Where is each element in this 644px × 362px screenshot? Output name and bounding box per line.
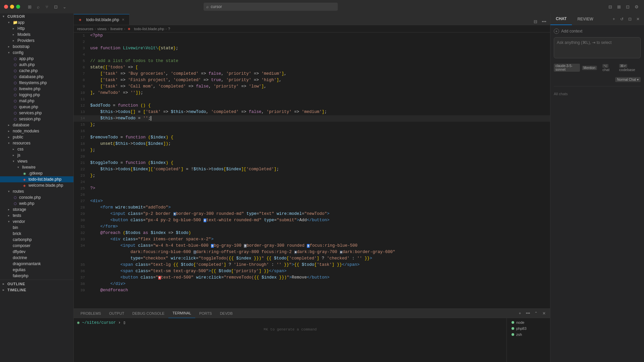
timeline-section[interactable]: TIMELINE <box>0 287 73 293</box>
sidebar-item-models[interactable]: Models <box>0 32 73 38</box>
sidebar-item-resources[interactable]: resources <box>0 140 73 146</box>
line-13: 13 $this->todos[] = ['task' => $this->ne… <box>74 109 550 115</box>
terminal-process-php83[interactable]: php83 <box>509 325 547 331</box>
terminal-close-icon[interactable]: ✕ <box>541 310 547 317</box>
mention-badge[interactable]: Mention <box>582 66 597 70</box>
sidebar-item-brick[interactable]: brick <box>0 231 73 237</box>
sidebar-item-database[interactable]: database <box>0 122 73 128</box>
sidebar-item-auth-php[interactable]: ⬡auth.php <box>0 62 73 68</box>
sidebar-item-livewire-php[interactable]: ⬡livewire.php <box>0 86 73 92</box>
chat-tab-chat[interactable]: CHAT <box>550 13 572 25</box>
sidebar-item-app[interactable]: 📁 app <box>0 19 73 25</box>
maximize-button[interactable] <box>16 5 20 9</box>
sidebar-item-queue-php[interactable]: ⬡queue.php <box>0 104 73 110</box>
layout-icon1[interactable]: ⊟ <box>607 3 614 10</box>
sidebar-root-cursor[interactable]: CURSOR <box>0 13 73 19</box>
extensions-icon[interactable]: ⊡ <box>52 3 59 10</box>
breadcrumb-resources[interactable]: resources <box>77 27 93 31</box>
terminal-options-icon[interactable]: ••• <box>525 310 531 317</box>
chat-input[interactable] <box>557 40 638 54</box>
terminal-process-node[interactable]: node <box>509 319 547 325</box>
sidebar-item-fakerphp[interactable]: fakerphp <box>0 273 73 279</box>
sidebar-item-cache-php[interactable]: ⬡cache.php <box>0 68 73 74</box>
chat-layout-icon[interactable]: ⊡ <box>627 16 633 22</box>
sidebar-item-logging-php[interactable]: ⬡logging.php <box>0 92 73 98</box>
breadcrumb-livewire[interactable]: livewire <box>110 27 123 31</box>
terminal-maximize-icon[interactable]: ⌃ <box>533 310 539 317</box>
terminal-add-icon[interactable]: + <box>517 310 523 317</box>
sidebar-item-storage[interactable]: storage <box>0 206 73 213</box>
sidebar-item-routes[interactable]: routes <box>0 188 73 194</box>
sidebar-item-livewire[interactable]: livewire <box>0 164 73 170</box>
code-editor[interactable]: 1 <?php 2 3 use function Livewire\Volt\{… <box>74 33 550 308</box>
minimize-button[interactable] <box>10 5 14 9</box>
outline-section[interactable]: OUTLINE <box>0 281 73 287</box>
chat-header: CHAT REVIEW + ↺ ⊡ ✕ <box>550 13 644 25</box>
chat-shortcut-label[interactable]: ⌥ chat <box>601 63 615 72</box>
sidebar-item-services-php[interactable]: ⬡services.php <box>0 110 73 116</box>
sidebar-item-bin[interactable]: bin <box>0 225 73 231</box>
sidebar-item-tests[interactable]: tests <box>0 213 73 219</box>
sidebar-item-filesystems-php[interactable]: ⬡filesystems.php <box>0 80 73 86</box>
split-editor-icon[interactable]: ⊟ <box>532 18 539 25</box>
sidebar-item-web-php[interactable]: ⬡web.php <box>0 200 73 206</box>
tab-ports[interactable]: PORTS <box>195 309 216 318</box>
more-options-icon[interactable]: ••• <box>541 18 547 25</box>
terminal-main[interactable]: ◉ ~/sites/cursor › ▯ ⌘K to generate a co… <box>74 318 506 362</box>
more-icon[interactable]: ⌄ <box>61 3 68 10</box>
sidebar-item-welcome-blade[interactable]: ◈welcome.blade.php <box>0 182 73 188</box>
sidebar-item-dragonmantank[interactable]: dragonmantank <box>0 261 73 267</box>
sidebar-item-doctrine[interactable]: doctrine <box>0 255 73 261</box>
sidebar-item-todo-list-blade[interactable]: ◈todo-list.blade.php <box>0 176 73 182</box>
settings-icon[interactable]: ⚙ <box>633 3 640 10</box>
tab-problems[interactable]: PROBLEMS <box>76 309 105 318</box>
model-badge[interactable]: claude-3-5-sonnet <box>554 64 580 72</box>
git-icon[interactable]: ⑂ <box>44 3 50 10</box>
all-chats-link[interactable]: All chats <box>554 90 641 97</box>
add-context-button[interactable]: + Add context <box>554 28 641 34</box>
chat-history-icon[interactable]: ↺ <box>619 16 625 22</box>
sidebar-item-node-modules[interactable]: node_modules <box>0 128 73 134</box>
breadcrumb-views[interactable]: views <box>97 27 107 31</box>
breadcrumb-file[interactable]: ◈ todo-list.blade.php <box>127 26 164 31</box>
sidebar-item-config[interactable]: config <box>0 50 73 56</box>
sidebar-item-mail-php[interactable]: ⬡mail.php <box>0 98 73 104</box>
sidebar-item-console-php[interactable]: ⬡console.php <box>0 194 73 200</box>
sidebar-item-public[interactable]: public <box>0 134 73 140</box>
tab-devdb[interactable]: DEVDB <box>216 309 237 318</box>
close-button[interactable] <box>4 5 8 9</box>
tab-todo-list[interactable]: ◈ todo-list.blade.php ✕ <box>74 14 129 25</box>
sidebar-item-composer[interactable]: composer <box>0 243 73 249</box>
sidebar-item-carbonphp[interactable]: carbonphp <box>0 237 73 243</box>
tab-debug-console[interactable]: DEBUG CONSOLE <box>128 309 168 318</box>
sidebar-item-providers[interactable]: Providers <box>0 38 73 44</box>
chat-tab-review[interactable]: REVIEW <box>572 13 598 25</box>
tab-terminal[interactable]: TERMINAL <box>168 309 195 318</box>
sidebar-item-bootstrap[interactable]: bootstrap <box>0 44 73 50</box>
search-icon[interactable]: ⌕ <box>35 3 42 10</box>
tab-output[interactable]: OUTPUT <box>105 309 128 318</box>
layout-icon2[interactable]: ⊠ <box>616 3 623 10</box>
codebase-shortcut-label[interactable]: ⌘↵ codebase <box>618 63 641 72</box>
sidebar-item-views[interactable]: views <box>0 158 73 164</box>
files-icon[interactable]: ⊞ <box>26 3 33 10</box>
address-bar[interactable]: ⌕ cursor <box>204 3 338 11</box>
sidebar-item-http[interactable]: Http <box>0 25 73 32</box>
normal-chat-badge[interactable]: Normal Chat ▾ <box>615 77 641 82</box>
chat-add-icon[interactable]: + <box>610 16 617 22</box>
tab-close-button[interactable]: ✕ <box>121 17 125 22</box>
sidebar-item-dflydev[interactable]: dflydev <box>0 249 73 255</box>
sidebar-item-vendor[interactable]: vendor <box>0 219 73 225</box>
terminal-process-zsh[interactable]: zsh <box>509 331 547 338</box>
sidebar-item-database-php[interactable]: ⬡database.php <box>0 74 73 80</box>
line-12: 12 $addTodo = function () { <box>74 103 550 109</box>
sidebar-item-css[interactable]: css <box>0 146 73 152</box>
sidebar-item-app-php[interactable]: ⬡app.php <box>0 56 73 62</box>
layout-icon3[interactable]: ⊡ <box>625 3 631 10</box>
breadcrumb-symbol[interactable]: ? <box>168 27 170 31</box>
sidebar-item-js[interactable]: js <box>0 152 73 158</box>
sidebar-item-egulias[interactable]: egulias <box>0 267 73 273</box>
sidebar-item-gitkeep[interactable]: ◉.gitkeep <box>0 170 73 176</box>
chat-close-icon[interactable]: ✕ <box>635 16 641 22</box>
sidebar-item-session-php[interactable]: ⬡session.php <box>0 116 73 122</box>
